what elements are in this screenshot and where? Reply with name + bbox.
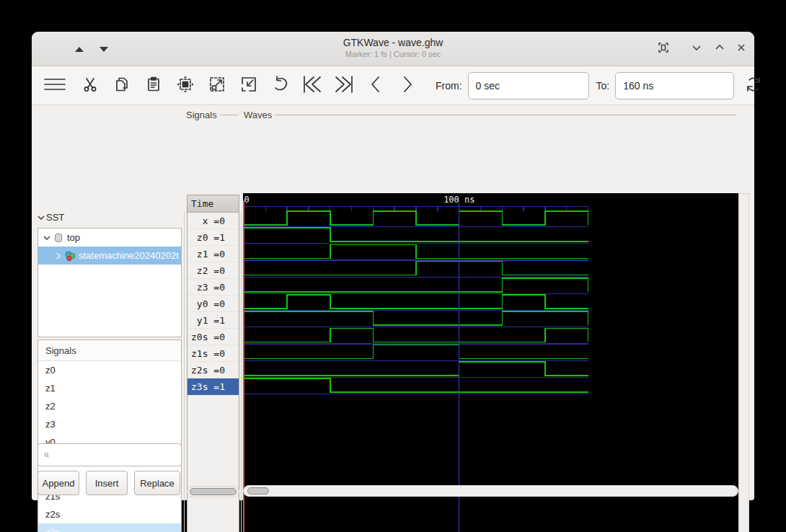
names-frame-label-text: Signals xyxy=(186,110,217,120)
signal-value-row-z2[interactable]: z2 =0 xyxy=(187,262,239,279)
next-edge-button[interactable] xyxy=(397,75,418,97)
chevron-up-icon xyxy=(714,42,725,56)
signal-value-row-z0[interactable]: z0 =1 xyxy=(187,229,239,246)
to-label: To: xyxy=(596,80,610,92)
signal-value-row-z3[interactable]: z3 =0 xyxy=(187,279,239,296)
close-icon xyxy=(736,42,747,56)
cut-button[interactable] xyxy=(79,75,101,97)
chevron-down-icon xyxy=(691,42,702,56)
tree-item-top[interactable]: top xyxy=(38,229,181,247)
zoom-in-button[interactable] xyxy=(206,75,228,97)
title-bar[interactable]: GTKWave - wave.ghw Marker: 1 fs | Cursor… xyxy=(32,32,754,66)
waves-hscrollbar[interactable] xyxy=(243,485,738,497)
waves-frame-label-text: Waves xyxy=(244,110,272,120)
names-hscrollbar[interactable] xyxy=(187,486,239,497)
append-button[interactable]: Append xyxy=(37,471,79,495)
wave-trace-z1 xyxy=(244,244,588,258)
signal-value-row-y0[interactable]: y0 =0 xyxy=(187,296,239,312)
close-button[interactable] xyxy=(733,37,750,61)
tree-guides-and-expander xyxy=(48,249,63,263)
minimize-button[interactable] xyxy=(688,37,705,61)
wave-trace-x xyxy=(244,211,588,225)
zoom-out-button[interactable] xyxy=(238,75,260,97)
to-input[interactable] xyxy=(615,72,734,99)
names-frame-label: Signals xyxy=(186,110,239,120)
tree-item-label: statemachine20240202t xyxy=(79,250,179,261)
cut-icon xyxy=(81,76,99,96)
waves-frame-label: Waves xyxy=(244,110,736,120)
frame-rule xyxy=(220,115,239,115)
paste-icon xyxy=(145,76,162,96)
sst-section-header[interactable]: SST xyxy=(36,212,64,223)
tree-item-statemachine[interactable]: statemachine20240202t xyxy=(38,247,181,265)
wave-trace-z3 xyxy=(244,278,588,292)
signal-list-item-z3[interactable]: z3 xyxy=(38,415,181,433)
from-label: From: xyxy=(436,80,462,92)
wave-trace-z3s xyxy=(244,378,588,392)
module-icon xyxy=(64,250,76,262)
signal-names-panel: Time x =0 z0 =1 z1 =0 z2 =0 z3 =0 y0 =0 … xyxy=(187,195,239,532)
desktop-background: GTKWave - wave.ghw Marker: 1 fs | Cursor… xyxy=(0,0,786,532)
collapse-chevron-icon xyxy=(36,213,46,223)
skip-to-start-icon xyxy=(302,75,322,97)
window-title: GTKWave - wave.ghw xyxy=(32,36,754,49)
main-toolbar: From: To: xyxy=(32,66,754,105)
signal-value-row-z2s[interactable]: z2s =0 xyxy=(187,362,239,378)
zoom-fit-icon xyxy=(175,74,195,97)
wave-trace-y1 xyxy=(244,311,588,325)
reload-button[interactable] xyxy=(743,75,764,97)
insert-button[interactable]: Insert xyxy=(86,471,128,495)
signal-browser: Signals z0z1z2z3y0y1z0sz1sz2sz3s xyxy=(37,340,182,532)
from-input[interactable] xyxy=(468,72,589,99)
skip-to-end-icon xyxy=(334,75,354,97)
next-edge-icon xyxy=(399,75,416,97)
expander-open-icon xyxy=(43,234,51,242)
waves-vscrollbar[interactable] xyxy=(738,193,749,532)
ruler-origin-label: 0 xyxy=(244,195,250,205)
signal-value-row-z1s[interactable]: z1s =0 xyxy=(187,345,239,362)
skip-to-start-button[interactable] xyxy=(301,75,323,97)
copy-button[interactable] xyxy=(111,75,133,97)
sst-tree: top statemachine20240202t xyxy=(37,228,182,337)
wave-canvas[interactable]: 0100 ns xyxy=(243,193,738,532)
time-header[interactable]: Time xyxy=(187,195,239,213)
paste-button[interactable] xyxy=(143,75,164,97)
undo-button[interactable] xyxy=(270,75,291,97)
signal-value-row-z0s[interactable]: z0s =0 xyxy=(187,329,239,345)
wave-trace-z0 xyxy=(244,228,588,241)
signal-list-item-z0[interactable]: z0 xyxy=(38,361,181,379)
signal-value-row-z3s[interactable]: z3s =1 xyxy=(187,378,239,395)
zoom-fit-button[interactable] xyxy=(175,75,196,97)
pane-splitter-right[interactable] xyxy=(241,212,242,532)
gtkwave-window: GTKWave - wave.ghw Marker: 1 fs | Cursor… xyxy=(32,32,754,500)
signal-list-item-z1[interactable]: z1 xyxy=(38,379,181,397)
zoom-in-icon xyxy=(207,74,227,97)
skip-to-end-button[interactable] xyxy=(333,75,355,97)
menu-icon xyxy=(43,76,66,95)
prev-edge-button[interactable] xyxy=(365,75,387,97)
names-hscrollbar-thumb[interactable] xyxy=(190,488,237,495)
search-input[interactable] xyxy=(54,445,181,464)
signal-list-item-z3s[interactable]: z3s xyxy=(38,523,181,532)
undo-icon xyxy=(271,75,290,97)
wave-trace-z2s xyxy=(244,362,588,376)
replace-button[interactable]: Replace xyxy=(134,471,180,495)
fullscreen-button[interactable] xyxy=(655,37,672,61)
signal-search[interactable] xyxy=(37,443,182,466)
maximize-button[interactable] xyxy=(711,37,728,61)
reload-icon xyxy=(744,75,763,97)
copy-icon xyxy=(113,76,131,96)
marker-cursor-status: Marker: 1 fs | Cursor: 0 sec xyxy=(32,49,754,60)
search-icon xyxy=(44,450,50,461)
frame-rule xyxy=(275,115,736,115)
menu-button[interactable] xyxy=(40,75,69,97)
main-content: SST top xyxy=(32,105,754,500)
signal-value-row-x[interactable]: x =0 xyxy=(187,213,239,229)
waves-hscrollbar-thumb[interactable] xyxy=(247,487,269,495)
wave-trace-y0 xyxy=(244,295,588,309)
signal-value-row-z1[interactable]: z1 =0 xyxy=(187,246,239,262)
signal-list-item-z2s[interactable]: z2s xyxy=(38,505,181,523)
signal-value-row-y1[interactable]: y1 =1 xyxy=(187,312,239,329)
pane-splitter-left[interactable] xyxy=(184,212,185,532)
signal-list-item-z2[interactable]: z2 xyxy=(38,397,181,415)
